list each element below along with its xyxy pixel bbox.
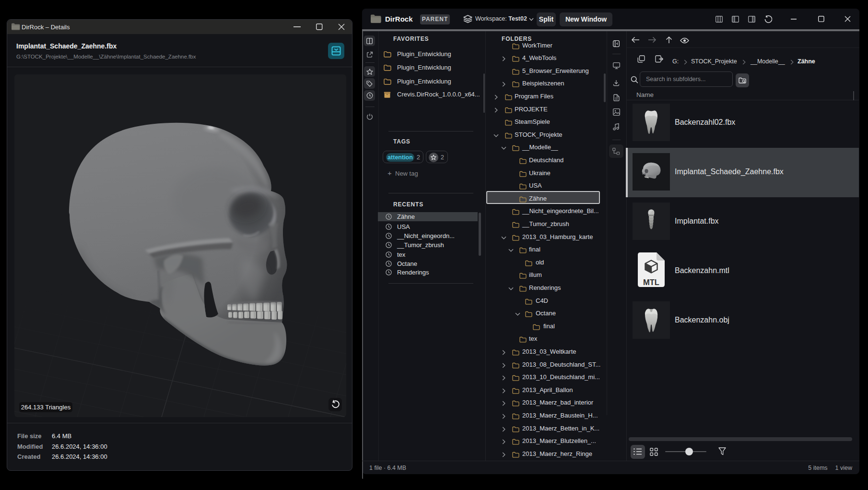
svg-text:MTL: MTL	[643, 278, 659, 287]
